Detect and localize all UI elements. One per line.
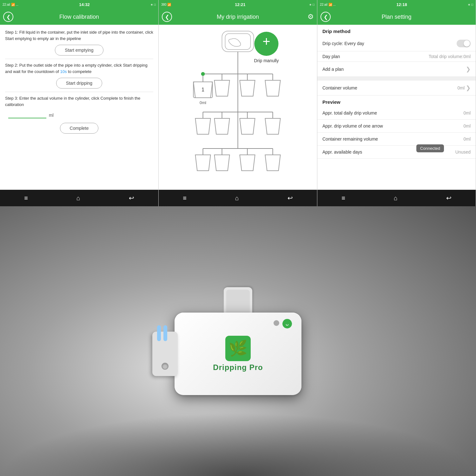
drip-cycle-toggle[interactable] xyxy=(457,40,471,47)
day-plan-label: Day plan xyxy=(322,54,340,59)
settings-button[interactable]: ⚙ xyxy=(307,13,314,21)
nav-bar-3: ≡ ⌂ ↩ xyxy=(317,190,476,206)
back-icon-2[interactable]: ↩ xyxy=(288,194,293,202)
step-1-block: Step 1: Fill liquid in the container, pu… xyxy=(5,29,153,59)
back-icon-3[interactable]: ↩ xyxy=(446,194,452,202)
title-flow: Flow calibration xyxy=(59,14,99,20)
logo-area: 🌿 Dripping Pro xyxy=(213,336,263,372)
svg-text:0ml: 0ml xyxy=(200,100,206,105)
preview-row-2: Container remaining volume 0ml xyxy=(317,133,476,146)
status-icons-1: ∗ □ xyxy=(150,3,156,6)
preview-title: Preview xyxy=(317,96,476,107)
plan-content: Drip method Drip cycle: Every day Day pl… xyxy=(317,25,476,159)
svg-text:+: + xyxy=(262,34,270,49)
device-top-pipe xyxy=(224,287,252,316)
home-icon-3[interactable]: ⌂ xyxy=(394,195,398,202)
drip-cycle-label: Drip cycle: Every day xyxy=(322,41,364,46)
step-2-block: Step 2: Put the outlet side of the pipe … xyxy=(5,62,153,92)
step-3-block: Step 3: Enter the actual volume in the c… xyxy=(5,95,153,137)
screen-flow-calibration: 22:ail 📶 ... 14:32 ∗ □ ❮ Flow calibratio… xyxy=(0,0,159,206)
blue-tube xyxy=(157,325,161,341)
volume-unit: ml xyxy=(49,113,54,118)
bluetooth-indicator: ᴗ xyxy=(282,319,292,328)
time-3: 12:18 xyxy=(396,2,407,7)
time-2: 12:21 xyxy=(235,2,245,7)
irrigation-diagram: + Drip manully 1 0ml xyxy=(161,28,314,190)
back-button-1[interactable]: ❮ xyxy=(3,12,13,22)
home-icon-2[interactable]: ⌂ xyxy=(235,195,239,202)
header-flow: ❮ Flow calibration xyxy=(0,9,158,25)
step-1-text: Step 1: Fill liquid in the container, pu… xyxy=(5,29,153,42)
menu-icon-2[interactable]: ≡ xyxy=(183,195,187,202)
complete-button[interactable]: Complete xyxy=(60,123,99,134)
menu-icon-3[interactable]: ≡ xyxy=(341,195,345,202)
device-body: ᴗ 🌿 Dripping Pro xyxy=(175,313,301,395)
status-left-3: 22:ail 📶 ... xyxy=(320,3,336,6)
preview-row-1: Appr. drip volume of one arrow 0ml xyxy=(317,120,476,133)
container-volume-value: 0ml xyxy=(457,85,465,90)
back-button-3[interactable]: ❮ xyxy=(321,12,331,22)
container-volume-label: Container volume xyxy=(322,85,357,90)
preview-row-3: Appr. available days Unused xyxy=(317,146,476,159)
container-volume-row[interactable]: Container volume 0ml ❯ xyxy=(317,81,476,96)
screen-plan-setting: 22:ail 📶 ... 12:18 ∗ □ ❮ Plan setting Dr… xyxy=(317,0,476,206)
preview-value-3: Unused xyxy=(455,149,471,155)
svg-text:1: 1 xyxy=(202,87,204,92)
svg-text:Drip manully: Drip manully xyxy=(254,58,279,63)
content-flow: Step 1: Fill liquid in the container, pu… xyxy=(0,25,158,190)
volume-input[interactable] xyxy=(8,111,46,118)
preview-label-3: Appr. available days xyxy=(322,149,362,155)
preview-value-2: 0ml xyxy=(463,136,471,142)
chevron-right-icon: ❯ xyxy=(466,66,471,73)
svg-point-7 xyxy=(201,72,205,76)
back-button-2[interactable]: ❮ xyxy=(162,12,172,22)
blue-tube-2 xyxy=(163,325,167,341)
preview-value-1: 0ml xyxy=(463,123,471,129)
content-plan: Drip method Drip cycle: Every day Day pl… xyxy=(317,25,476,190)
start-dripping-button[interactable]: Start dripping xyxy=(56,78,102,89)
container-chevron-icon: ❯ xyxy=(466,84,471,91)
brand-name: Dripping Pro xyxy=(213,363,263,372)
time-1: 14:32 xyxy=(79,2,89,7)
nav-bar-2: ≡ ⌂ ↩ xyxy=(159,190,317,206)
status-icons-3: ∗ □ xyxy=(468,3,473,6)
status-bar-1: 22:ail 📶 ... 14:32 ∗ □ xyxy=(0,0,158,9)
preview-value-0: 0ml xyxy=(463,110,471,116)
preview-label-1: Appr. drip volume of one arrow xyxy=(322,123,383,129)
menu-icon-1[interactable]: ≡ xyxy=(24,195,28,202)
total-drip-label: Total drip volume:0ml xyxy=(429,54,471,59)
screen-drip-irrigation: 380 📶 12:21 ∗ □ ❮ My drip irrigation ⚙ +… xyxy=(159,0,317,206)
connected-tooltip: Connected xyxy=(416,144,444,152)
home-icon-1[interactable]: ⌂ xyxy=(76,195,80,202)
plant-logo: 🌿 xyxy=(225,336,251,361)
header-drip: ❮ My drip irrigation ⚙ xyxy=(159,9,317,25)
drip-method-title: Drip method xyxy=(317,25,476,36)
status-bar-3: 22:ail 📶 ... 12:18 ∗ □ xyxy=(317,0,476,9)
separator-1 xyxy=(317,77,476,81)
grey-led xyxy=(274,320,279,326)
nav-bar-1: ≡ ⌂ ↩ xyxy=(0,190,158,206)
preview-row-0: Appr. total daily drip volume 0ml xyxy=(317,107,476,120)
volume-input-row: ml xyxy=(5,111,153,118)
status-left-1: 22:ail 📶 ... xyxy=(3,3,18,6)
status-left-2: 380 📶 xyxy=(161,3,171,6)
status-icons-2: ∗ □ xyxy=(309,3,314,6)
back-icon-1[interactable]: ↩ xyxy=(129,194,134,202)
device-clamp xyxy=(152,332,178,376)
product-photo: ᴗ 🌿 Dripping Pro xyxy=(0,206,476,476)
preview-label-0: Appr. total daily drip volume xyxy=(322,110,377,116)
preview-label-2: Container remaining volume xyxy=(322,136,378,142)
title-drip: My drip irrigation xyxy=(217,14,259,20)
status-bar-2: 380 📶 12:21 ∗ □ xyxy=(159,0,317,9)
start-emptying-button[interactable]: Start emptying xyxy=(55,45,103,56)
header-plan: ❮ Plan setting xyxy=(317,9,476,25)
title-plan: Plan setting xyxy=(381,14,411,20)
screw xyxy=(162,363,169,370)
add-plan-row[interactable]: Add a plan ❯ xyxy=(317,62,476,77)
add-plan-label: Add a plan xyxy=(322,67,344,72)
step-2-text: Step 2: Put the outlet side of the pipe … xyxy=(5,62,153,75)
step-3-text: Step 3: Enter the actual volume in the c… xyxy=(5,95,153,108)
day-plan-row: Day plan Total drip volume:0ml xyxy=(317,51,476,62)
drip-cycle-row: Drip cycle: Every day xyxy=(317,36,476,51)
content-drip: + Drip manully 1 0ml xyxy=(159,25,317,190)
